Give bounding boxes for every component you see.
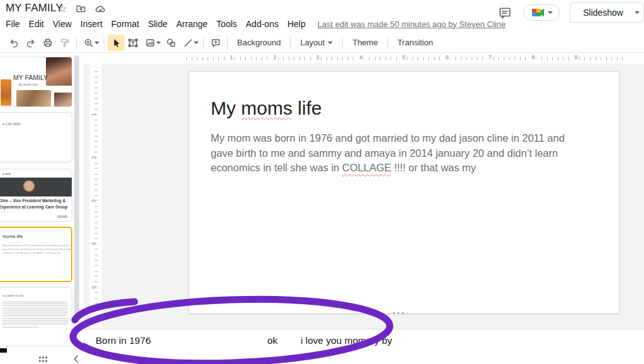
menu-edit[interactable]: Edit [25, 18, 48, 30]
thumb6-peek [0, 348, 7, 353]
body-line: My mom was born in 1976 and got married … [211, 131, 565, 146]
background-button[interactable]: Background [231, 35, 287, 50]
transition-button[interactable]: Transition [391, 35, 440, 50]
photo-placeholder [1, 79, 11, 106]
header: MY FAMILY ☆ File Edit View Insert Format… [0, 0, 644, 33]
slide-thumbnail-2[interactable]: er 1 MY MOM [0, 112, 72, 162]
filmstrip-footer [0, 353, 84, 364]
toolbar: Background Layout Theme Transition [0, 33, 644, 53]
body-misspelled-word: COLLAGE [342, 162, 391, 173]
menu-slide[interactable]: Slide [143, 18, 172, 30]
collapse-filmstrip-icon[interactable] [73, 355, 79, 363]
chevron-down-icon [548, 11, 553, 14]
star-icon[interactable]: ☆ [58, 4, 67, 14]
menu-insert[interactable]: Insert [76, 18, 107, 30]
paint-format-button[interactable] [56, 35, 73, 51]
photo-placeholder [46, 57, 72, 86]
slide-editor[interactable]: My moms life My mom was born in 1976 and… [189, 71, 619, 314]
thumb2-caption: er 1 MY MOM [3, 123, 20, 126]
divider [387, 37, 388, 49]
divider [290, 37, 291, 49]
ruler-number: 5 [401, 54, 406, 60]
undo-button[interactable] [5, 35, 22, 51]
speaker-notes[interactable]: Born in 1976 ok i love you mommy by [84, 329, 644, 364]
notes-text-2[interactable]: ok [267, 335, 277, 346]
ruler-number: 3 [91, 198, 97, 203]
divider [76, 37, 77, 49]
select-tool-button[interactable] [108, 35, 125, 51]
menu-format[interactable]: Format [107, 18, 143, 30]
notes-text-1[interactable]: Born in 1976 [96, 335, 151, 346]
layout-button[interactable]: Layout [294, 35, 339, 50]
google-meet-icon [531, 8, 545, 17]
title-misspelled-word: moms [241, 98, 292, 118]
meet-button[interactable] [523, 4, 560, 21]
body-text: economics in tell she was in [211, 162, 342, 173]
ruler-number: 1 [91, 112, 97, 117]
chevron-down-icon[interactable] [635, 11, 640, 14]
menu-arrange[interactable]: Arrange [172, 18, 212, 30]
thumb1-title: MY FAMILY [13, 74, 48, 81]
horizontal-ruler: 1 2 3 4 5 6 7 8 9 [84, 53, 644, 64]
ruler-number: 1 [228, 54, 234, 60]
move-folder-icon[interactable] [75, 4, 86, 14]
filmstrip-scrollbar[interactable] [74, 55, 79, 317]
layout-label: Layout [300, 38, 325, 47]
last-edit-link[interactable]: Last edit was made 50 minutes ago by Ste… [318, 20, 506, 29]
body-line: gave birth to me and sammy and amaya in … [211, 146, 565, 161]
notes-resize-handle[interactable] [391, 311, 404, 314]
zoom-dropdown-icon[interactable] [94, 42, 99, 44]
title-text: life [292, 98, 322, 118]
thumb3-banner [0, 178, 72, 196]
document-title[interactable]: MY FAMILY [6, 2, 63, 14]
thumb3-line1: na Cline – Vice President Marketing & [0, 198, 72, 203]
slide-thumbnail-1[interactable]: MY FAMILY By steven cline [0, 57, 72, 107]
ruler-ticks [94, 71, 98, 313]
menu-tools[interactable]: Tools [212, 18, 242, 30]
line-dropdown-icon[interactable] [194, 42, 199, 44]
ruler-number: 2 [272, 54, 277, 60]
menubar: File Edit View Insert Format Slide Arran… [1, 17, 506, 31]
slideshow-label: Slideshow [583, 8, 623, 18]
body-line: economics in tell she was in COLLAGE !!!… [211, 161, 565, 176]
ruler-number: 4 [91, 241, 97, 246]
thumb1-subtitle: By steven cline [19, 83, 38, 86]
thumb4-line3: economics in tell she was in COLLAGE !!!… [3, 252, 60, 254]
vertical-ruler: 1 2 3 4 5 [89, 64, 102, 329]
thumb5-text-line [3, 327, 39, 327]
ruler-number: 3 [314, 54, 320, 60]
divider [203, 37, 204, 49]
photo-placeholder [16, 90, 51, 106]
divider [227, 37, 228, 49]
ruler-number: 6 [444, 54, 450, 60]
thumb5-title: my DAISY the line [3, 294, 24, 297]
menu-help[interactable]: Help [283, 18, 310, 30]
menu-view[interactable]: View [48, 18, 76, 30]
text-box-button[interactable] [125, 35, 142, 51]
cloud-saved-icon[interactable] [95, 4, 106, 14]
slide-title[interactable]: My moms life [211, 98, 322, 119]
ruler-number: 9 [573, 54, 579, 60]
insert-shape-button[interactable] [162, 35, 179, 51]
slide-thumbnail-3[interactable]: a work na Cline – Vice President Marketi… [0, 169, 72, 222]
notes-text-3[interactable]: i love you mommy by [301, 335, 392, 346]
grid-view-icon[interactable] [38, 355, 47, 362]
print-button[interactable] [39, 35, 56, 51]
slide-filmstrip: MY FAMILY By steven cline er 1 MY MOM a … [0, 53, 84, 353]
slide-body-text[interactable]: My mom was born in 1976 and got married … [211, 131, 565, 176]
thumb3-watermark [57, 215, 67, 218]
slide-thumbnail-4-selected[interactable]: moms life My mom was born in 1976 and go… [0, 227, 72, 282]
redo-button[interactable] [22, 35, 39, 51]
menu-addons[interactable]: Add-ons [242, 18, 283, 30]
ruler-number: 4 [358, 54, 364, 60]
ruler-number: 2 [91, 155, 97, 159]
slideshow-button[interactable]: Slideshow [570, 3, 644, 23]
insert-comment-button[interactable] [207, 35, 224, 51]
ruler-number: 7 [487, 54, 492, 60]
theme-button[interactable]: Theme [346, 35, 384, 50]
comments-button[interactable] [497, 4, 513, 21]
comment-icon [499, 7, 511, 19]
slide-thumbnail-5[interactable]: my DAISY the line [0, 287, 72, 346]
image-dropdown-icon[interactable] [156, 42, 161, 44]
menu-file[interactable]: File [1, 18, 25, 30]
